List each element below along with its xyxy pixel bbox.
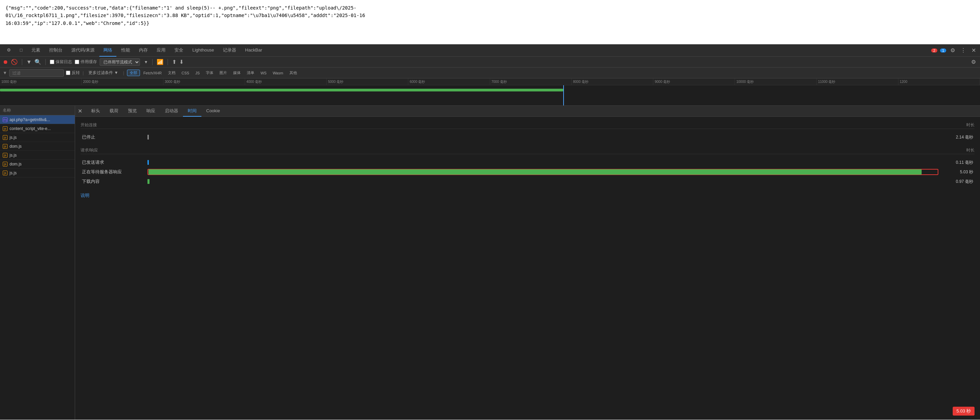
- item-name: content_script_vite-e...: [10, 126, 51, 131]
- total-badge-container: 5.03 秒: [75, 406, 980, 420]
- network-list: 名称 php api.php?a=getmfilv&... js content…: [0, 106, 75, 420]
- tick-10000: 10000 毫秒: [735, 78, 816, 85]
- devtools-tab-sources[interactable]: 源代码/来源: [67, 44, 99, 57]
- stopped-label: 已停止: [82, 134, 143, 140]
- disable-cache-label[interactable]: 停用缓存: [75, 59, 97, 65]
- timeline-area[interactable]: 1000 毫秒 2000 毫秒 3000 毫秒 4000 毫秒 5000 毫秒 …: [0, 78, 980, 106]
- throttle-select[interactable]: 已停用节流模式: [100, 58, 140, 66]
- list-item[interactable]: php api.php?a=getmfilv&...: [0, 115, 75, 124]
- list-item[interactable]: js dom.js: [0, 160, 75, 168]
- detail-tab-preview[interactable]: 预览: [123, 106, 142, 117]
- type-btn-all[interactable]: 全部: [127, 70, 140, 76]
- type-btn-wasm[interactable]: Wasm: [270, 70, 286, 76]
- stopped-value: 2.14 毫秒: [942, 135, 973, 140]
- tick-11000: 11000 毫秒: [817, 78, 899, 85]
- inspect-icon: ⚙: [7, 48, 11, 52]
- timing-content: 开始连接 时长 已停止 2.14 毫秒 请求/响应 时长: [75, 117, 980, 406]
- more-filter-text: 更多过滤条件: [88, 70, 113, 75]
- network-toolbar: ⏺ 🚫 ▼ 🔍 保留日志 停用缓存 已停用节流模式 ▼ 📶 ⬆ ⬇ ⚙: [0, 57, 980, 68]
- filter-toggle-button[interactable]: ▼: [26, 59, 32, 65]
- devtools-tab-yuansu[interactable]: 元素: [27, 44, 45, 57]
- tick-5000: 5000 毫秒: [327, 78, 408, 85]
- type-btn-img[interactable]: 图片: [217, 70, 230, 76]
- preserve-log-checkbox[interactable]: [50, 60, 54, 64]
- type-btn-fetch[interactable]: Fetch/XHR: [141, 70, 164, 76]
- devtools-tab-hackbar[interactable]: HackBar: [241, 44, 266, 57]
- js-icon: js: [3, 135, 8, 140]
- download-bar: [148, 179, 150, 184]
- wifi-icon[interactable]: 📶: [157, 59, 164, 65]
- type-btn-js[interactable]: JS: [192, 70, 202, 76]
- devtools-tab-memory[interactable]: 内存: [135, 44, 152, 57]
- settings-icon[interactable]: ⚙: [949, 47, 956, 54]
- toolbar-divider-1: [22, 59, 22, 65]
- invert-checkbox[interactable]: [66, 71, 70, 75]
- tick-end: 1200: [899, 78, 980, 85]
- close-icon[interactable]: ✕: [970, 47, 977, 54]
- sent-label: 已发送请求: [82, 159, 143, 165]
- type-btn-ws[interactable]: WS: [258, 70, 269, 76]
- toolbar-divider-3: [152, 59, 153, 65]
- explanation-link[interactable]: 说明: [81, 193, 89, 198]
- detail-tab-payload[interactable]: 载荷: [105, 106, 123, 117]
- more-filter-arrow: ▼: [115, 70, 118, 75]
- download-icon[interactable]: ⬇: [179, 59, 184, 65]
- toolbar-divider-2: [45, 59, 46, 65]
- devtools-tab-elements[interactable]: □: [16, 44, 27, 57]
- timeline-bar-area: [0, 85, 980, 106]
- sent-bar: [148, 160, 149, 165]
- item-name: dom.js: [10, 144, 22, 149]
- detail-tabs: ✕ 标头 载荷 预览 响应 启动器 时间 Cookie: [75, 106, 980, 117]
- devtools-tab-application[interactable]: 应用: [153, 44, 170, 57]
- connection-right-header: 时长: [944, 121, 975, 129]
- request-section-header: 请求/响应 时长: [81, 146, 975, 156]
- devtools-tab-security[interactable]: 安全: [170, 44, 188, 57]
- list-item[interactable]: js js.js: [0, 133, 75, 142]
- list-item[interactable]: js js.js: [0, 151, 75, 160]
- filter-sep-2: |: [123, 70, 124, 75]
- preserve-log-label[interactable]: 保留日志: [50, 59, 72, 65]
- list-item[interactable]: js dom.js: [0, 142, 75, 151]
- timeline-green-bar: [0, 89, 563, 92]
- list-item[interactable]: js js.js: [0, 168, 75, 178]
- type-btn-other[interactable]: 其他: [287, 70, 300, 76]
- devtools-tab-lighthouse[interactable]: Lighthouse: [188, 44, 218, 57]
- detail-tab-cookie[interactable]: Cookie: [201, 106, 224, 117]
- type-btn-css[interactable]: CSS: [179, 70, 192, 76]
- json-line-3: 16:03:59","ip":"127.0.0.1","web":"Chrome…: [5, 19, 975, 27]
- upload-icon[interactable]: ⬆: [172, 59, 177, 65]
- detail-tab-response[interactable]: 响应: [142, 106, 160, 117]
- devtools-tab-recorder[interactable]: 记录器: [219, 44, 240, 57]
- disable-cache-checkbox[interactable]: [75, 60, 79, 64]
- detail-tab-headers[interactable]: 标头: [86, 106, 105, 117]
- waiting-bar: [148, 169, 922, 175]
- detail-tab-initiator[interactable]: 启动器: [160, 106, 183, 117]
- invert-label[interactable]: 反转: [66, 70, 80, 76]
- devtools-tab-network[interactable]: 网络: [99, 44, 116, 57]
- main-content: 名称 php api.php?a=getmfilv&... js content…: [0, 106, 980, 420]
- sent-value: 0.11 毫秒: [942, 160, 973, 165]
- type-btn-manifest[interactable]: 清单: [244, 70, 257, 76]
- type-btn-doc[interactable]: 文档: [165, 70, 178, 76]
- more-filter-button[interactable]: 更多过滤条件 ▼: [86, 69, 120, 76]
- filter-input[interactable]: [9, 69, 64, 77]
- toolbar-settings-icon[interactable]: ⚙: [970, 59, 977, 65]
- detail-tab-timing[interactable]: 时间: [183, 106, 201, 117]
- search-button[interactable]: 🔍: [35, 59, 41, 65]
- js-icon: js: [3, 126, 8, 131]
- devtools-tab-performance[interactable]: 性能: [117, 44, 134, 57]
- type-btn-font[interactable]: 字体: [203, 70, 216, 76]
- explanation-row: 说明: [81, 192, 975, 198]
- clear-button[interactable]: 🚫: [11, 59, 18, 65]
- network-list-header: 名称: [0, 106, 75, 115]
- devtools-tab-inspect[interactable]: ⚙: [3, 44, 15, 57]
- type-btn-media[interactable]: 媒体: [231, 70, 243, 76]
- more-icon[interactable]: ⋮: [959, 47, 967, 54]
- request-right-header: 时长: [944, 146, 975, 154]
- record-button[interactable]: ⏺: [3, 59, 8, 65]
- elements-icon: □: [20, 48, 22, 52]
- list-item[interactable]: js content_script_vite-e...: [0, 124, 75, 133]
- error-badge: 2: [931, 48, 937, 52]
- devtools-tab-console[interactable]: 控制台: [45, 44, 67, 57]
- close-detail-button[interactable]: ✕: [78, 108, 82, 114]
